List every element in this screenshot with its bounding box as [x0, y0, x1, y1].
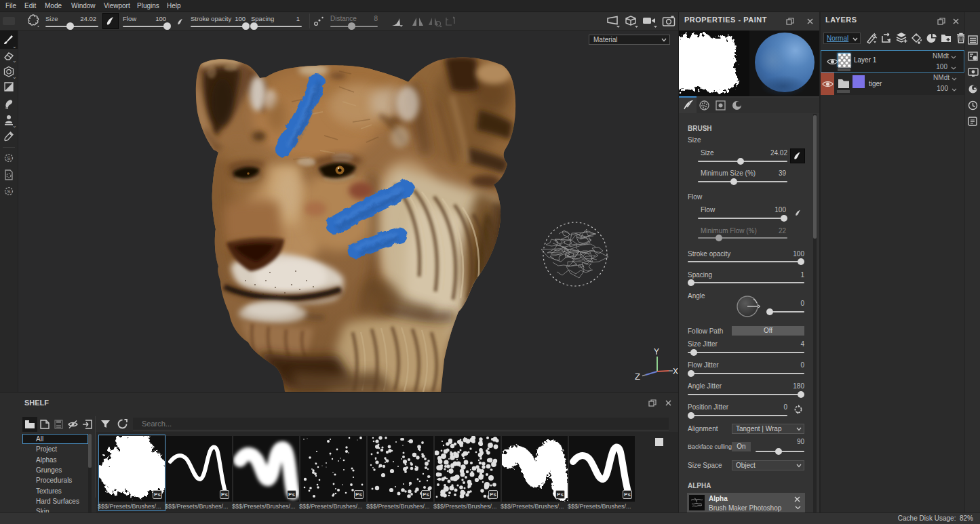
- svg-text:X: X: [673, 367, 678, 376]
- svg-text:Z: Z: [635, 371, 640, 382]
- svg-text:Y: Y: [654, 347, 659, 357]
- svg-text:S: S: [7, 188, 10, 195]
- svg-text:S: S: [7, 155, 10, 161]
